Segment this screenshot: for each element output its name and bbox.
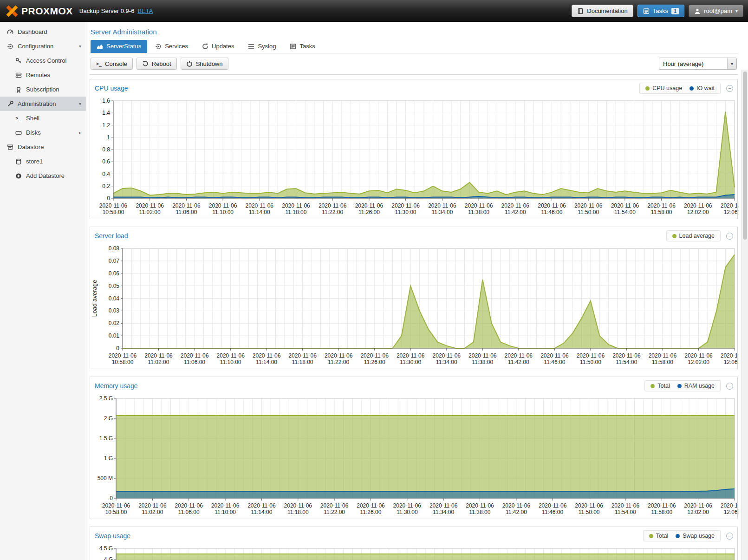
legend-item[interactable]: CPU usage	[645, 85, 682, 91]
documentation-button[interactable]: Documentation	[572, 5, 633, 17]
sidebar-item-label: Add Datastore	[26, 172, 65, 179]
legend-dot	[677, 384, 682, 388]
svg-text:12:02:00: 12:02:00	[687, 509, 709, 515]
tab-syslog[interactable]: Syslog	[242, 40, 282, 53]
svg-text:11:18:00: 11:18:00	[287, 509, 309, 515]
collapse-panel-icon[interactable]: −	[726, 383, 733, 390]
console-button[interactable]: >_ Console	[91, 58, 133, 70]
svg-text:1: 1	[107, 134, 110, 141]
svg-text:2020-11-06: 2020-11-06	[391, 202, 420, 209]
svg-text:2020-11-06: 2020-11-06	[577, 352, 605, 359]
panel-title: CPU usage	[95, 85, 128, 92]
legend-item[interactable]: Swap usage	[676, 533, 715, 539]
svg-text:11:42:00: 11:42:00	[508, 359, 529, 365]
sidebar-item-administration[interactable]: Administration ▾	[0, 97, 86, 111]
reboot-button[interactable]: Reboot	[137, 58, 177, 70]
svg-text:11:46:00: 11:46:00	[541, 209, 563, 215]
sidebar-item-subscription[interactable]: Subscription	[0, 82, 86, 97]
svg-text:11:30:00: 11:30:00	[400, 359, 421, 365]
sidebar-item-configuration[interactable]: Configuration ▾	[0, 39, 86, 53]
svg-text:0.06: 0.06	[109, 270, 120, 277]
svg-text:11:34:00: 11:34:00	[436, 359, 457, 365]
beta-link[interactable]: BETA	[137, 7, 153, 14]
sidebar-item-store1[interactable]: store1	[0, 154, 86, 169]
svg-text:2020-11-06: 2020-11-06	[649, 352, 677, 359]
product-version: Backup Server 0.9-6	[79, 7, 135, 14]
plus-circle-icon	[14, 173, 22, 179]
sidebar-item-access-control[interactable]: Access Control	[0, 53, 86, 68]
panel-title: Memory usage	[95, 382, 138, 390]
svg-text:0: 0	[116, 345, 119, 352]
sidebar-item-label: Access Control	[26, 57, 66, 64]
svg-text:11:18:00: 11:18:00	[286, 209, 307, 215]
svg-text:11:22:00: 11:22:00	[322, 209, 343, 215]
svg-text:11:22:00: 11:22:00	[328, 359, 349, 365]
tasks-button[interactable]: Tasks 1	[637, 5, 684, 17]
svg-text:11:18:00: 11:18:00	[292, 359, 313, 365]
svg-text:11:54:00: 11:54:00	[615, 509, 636, 515]
svg-text:0.2: 0.2	[102, 183, 110, 189]
cpu-usage-panel: CPU usage CPU usageIO wait − 00.20.40.60…	[90, 79, 738, 219]
sidebar-item-label: Subscription	[26, 86, 59, 93]
terminal-icon: >_	[14, 116, 22, 121]
svg-text:0.03: 0.03	[109, 307, 120, 314]
svg-text:2020-11-06: 2020-11-06	[540, 352, 569, 359]
book-icon	[577, 8, 584, 14]
collapse-panel-icon[interactable]: −	[726, 85, 733, 92]
tab-tasks[interactable]: Tasks	[284, 40, 321, 53]
legend-item[interactable]: RAM usage	[677, 383, 715, 389]
sidebar-item-label: Remotes	[26, 72, 50, 78]
svg-text:4 G: 4 G	[104, 556, 113, 560]
svg-text:11:10:00: 11:10:00	[215, 509, 236, 515]
svg-text:12:02:00: 12:02:00	[688, 359, 709, 365]
sidebar-item-remotes[interactable]: Remotes	[0, 68, 86, 82]
legend-item[interactable]: Load average	[672, 233, 715, 239]
svg-text:11:06:00: 11:06:00	[178, 509, 200, 515]
sidebar-item-add-datastore[interactable]: Add Datastore	[0, 169, 86, 183]
sidebar-item-label: Shell	[26, 115, 39, 122]
timeframe-select[interactable]: Hour (average) ▾	[659, 58, 737, 70]
svg-text:2020-11-06: 2020-11-06	[247, 502, 276, 509]
svg-text:1.5 G: 1.5 G	[99, 435, 113, 442]
svg-text:11:10:00: 11:10:00	[220, 359, 241, 365]
svg-text:2020-11-06: 2020-11-06	[102, 502, 130, 509]
sidebar-item-shell[interactable]: >_ Shell	[0, 111, 86, 125]
legend-label: RAM usage	[684, 383, 715, 389]
vertical-scrollbar[interactable]	[741, 70, 748, 560]
svg-text:1.6: 1.6	[102, 98, 110, 104]
chevron-down-icon: ▾	[727, 58, 736, 69]
collapse-panel-icon[interactable]: −	[726, 533, 733, 540]
sidebar-item-datastore[interactable]: Datastore	[0, 140, 86, 154]
chart-legend: CPU usageIO wait	[639, 83, 721, 94]
collapse-panel-icon[interactable]: −	[726, 233, 733, 240]
legend-item[interactable]: Total	[650, 383, 670, 389]
swap-usage-chart: 0500 M1 G1.5 G2 G2.5 G3 G3.5 G4 G4.5 G20…	[90, 544, 737, 560]
legend-item[interactable]: Total	[649, 533, 668, 539]
legend-item[interactable]: IO wait	[689, 85, 715, 91]
tasks-icon	[643, 8, 650, 14]
user-menu-button[interactable]: root@pam ▾	[689, 5, 743, 17]
legend-label: Swap usage	[683, 533, 715, 539]
svg-text:11:34:00: 11:34:00	[431, 209, 453, 215]
svg-text:2020-11-06: 2020-11-06	[501, 202, 530, 209]
tab-updates[interactable]: Updates	[196, 40, 240, 53]
tab-serverstatus[interactable]: ServerStatus	[91, 40, 147, 53]
svg-text:2020-11-06: 2020-11-06	[539, 502, 567, 509]
svg-text:2020-11-06: 2020-11-06	[505, 352, 533, 359]
sidebar-item-disks[interactable]: Disks ▸	[0, 125, 86, 140]
svg-text:2020-11-06: 2020-11-06	[138, 502, 167, 509]
shutdown-button[interactable]: Shutdown	[181, 58, 228, 70]
scrollbar-thumb[interactable]	[743, 72, 747, 240]
svg-text:2020-11-06: 2020-11-06	[612, 352, 641, 359]
svg-text:2020-11-06: 2020-11-06	[360, 352, 389, 359]
svg-text:2020-11-06: 2020-11-06	[502, 502, 531, 509]
svg-text:Load average: Load average	[91, 280, 98, 317]
sidebar-item-dashboard[interactable]: Dashboard	[0, 25, 86, 39]
svg-text:2020-11-06: 2020-11-06	[466, 502, 494, 509]
tab-services[interactable]: Services	[149, 40, 194, 53]
svg-text:0.8: 0.8	[102, 146, 110, 153]
svg-text:10:58:00: 10:58:00	[103, 209, 124, 215]
sidebar: Dashboard Configuration ▾ Access Control…	[0, 22, 86, 560]
svg-text:2 G: 2 G	[104, 415, 113, 422]
chevron-down-icon: ▾	[735, 8, 738, 13]
